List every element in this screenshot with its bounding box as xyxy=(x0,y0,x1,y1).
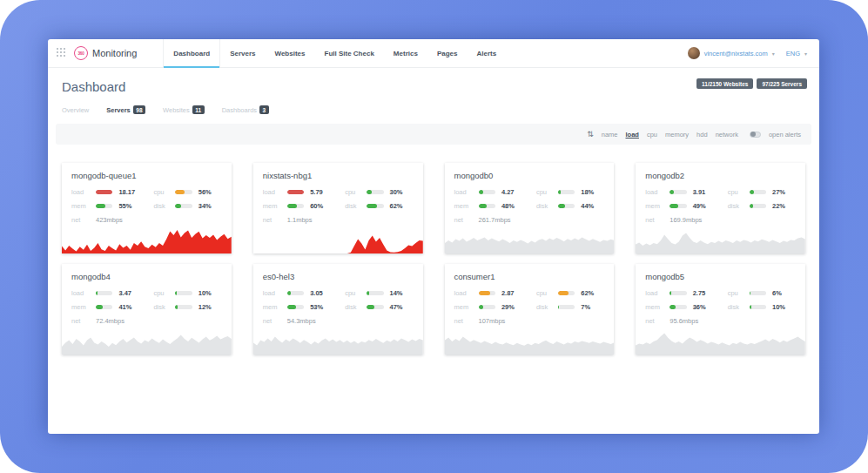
nav-item-servers[interactable]: Servers xyxy=(220,39,265,67)
metric-value-load: 2.87 xyxy=(501,289,527,297)
metric-grid: load18.17cpu56%mem55%disk34% xyxy=(71,188,222,210)
server-card-mongodb5[interactable]: mongodb5load2.75cpu6%mem36%disk10%net95.… xyxy=(636,264,805,355)
metric-label-load: load xyxy=(71,289,90,297)
metric-value-mem: 29% xyxy=(501,303,527,311)
metric-value-cpu: 27% xyxy=(772,188,796,196)
metric-grid: load3.91cpu27%mem49%disk22% xyxy=(645,188,796,210)
net-row: net1.1mbps xyxy=(263,216,414,224)
nav-menu: DashboardServersWebsitesFull Site CheckM… xyxy=(163,39,506,67)
net-row: net54.3mbps xyxy=(263,317,414,325)
network-sparkline-chart xyxy=(253,328,423,355)
user-avatar[interactable] xyxy=(688,47,700,59)
sort-icon[interactable]: ⇅ xyxy=(587,131,594,139)
user-email-link[interactable]: vincent@nixstats.com xyxy=(704,50,768,57)
metric-label-cpu: cpu xyxy=(533,289,552,297)
sort-option-network[interactable]: network xyxy=(716,131,738,139)
metric-value-cpu: 30% xyxy=(390,188,414,196)
metric-grid: load2.75cpu6%mem36%disk10% xyxy=(645,289,796,311)
metric-value-load: 3.91 xyxy=(693,188,718,196)
nav-item-websites[interactable]: Websites xyxy=(266,39,315,67)
nav-item-alerts[interactable]: Alerts xyxy=(467,39,506,67)
server-name: mongodb5 xyxy=(645,272,796,281)
metric-value-disk: 22% xyxy=(772,202,796,210)
metric-value-disk: 10% xyxy=(772,303,796,311)
metric-grid: load4.27cpu18%mem48%disk44% xyxy=(454,188,605,210)
metric-bar-mem xyxy=(670,305,686,309)
apps-grid-icon[interactable] xyxy=(57,48,67,58)
metric-value-cpu: 62% xyxy=(581,289,604,297)
metric-label-net: net xyxy=(645,216,663,224)
metric-label-mem: mem xyxy=(454,303,473,311)
metric-bar-fill xyxy=(367,305,374,309)
tab-label: Websites xyxy=(163,106,190,114)
metric-label-net: net xyxy=(263,317,281,325)
nav-item-dashboard[interactable]: Dashboard xyxy=(163,39,220,67)
metric-label-load: load xyxy=(645,188,663,196)
metric-label-load: load xyxy=(454,188,473,196)
metric-value-cpu: 14% xyxy=(390,289,414,297)
server-card-mongodb4[interactable]: mongodb4load3.47cpu10%mem41%disk12%net72… xyxy=(62,264,232,355)
metric-bar-cpu xyxy=(367,190,383,194)
server-card-mongodb0[interactable]: mongodb0load4.27cpu18%mem48%disk44%net26… xyxy=(445,163,615,253)
metric-value-mem: 36% xyxy=(693,303,718,311)
tab-label: Servers xyxy=(106,106,131,114)
net-value: 261.7mbps xyxy=(479,216,511,224)
sort-option-hdd[interactable]: hdd xyxy=(696,131,708,139)
sort-option-cpu[interactable]: cpu xyxy=(647,131,657,139)
metric-value-disk: 7% xyxy=(581,303,604,311)
top-nav: 360 Monitoring DashboardServersWebsitesF… xyxy=(48,39,819,68)
metric-grid: load5.79cpu30%mem60%disk62% xyxy=(263,188,414,210)
metric-bar-fill xyxy=(750,291,750,295)
metric-bar-fill xyxy=(175,291,177,295)
sort-option-memory[interactable]: memory xyxy=(665,131,689,139)
metric-bar-fill xyxy=(367,291,369,295)
net-value: 169.9mbps xyxy=(670,216,702,224)
summary-badge-servers[interactable]: 97/225 Servers xyxy=(757,78,807,89)
nav-item-pages[interactable]: Pages xyxy=(427,39,468,67)
metric-bar-disk xyxy=(175,305,192,309)
summary-badge-websites[interactable]: 11/2150 Websites xyxy=(696,78,753,89)
metric-label-disk: disk xyxy=(533,303,552,311)
metric-grid: load3.05cpu14%mem53%disk47% xyxy=(263,289,414,311)
nav-item-metrics[interactable]: Metrics xyxy=(384,39,427,67)
metric-label-cpu: cpu xyxy=(724,289,744,297)
metric-bar-fill xyxy=(670,305,676,309)
open-alerts-toggle[interactable] xyxy=(750,132,761,138)
server-card-es0-hel3[interactable]: es0-hel3load3.05cpu14%mem53%disk47%net54… xyxy=(253,264,423,355)
tab-servers[interactable]: Servers98 xyxy=(106,105,145,114)
metric-bar-load xyxy=(287,190,304,194)
tab-count-badge: 11 xyxy=(192,105,205,114)
metric-bar-fill xyxy=(96,204,105,208)
language-selector[interactable]: ENG xyxy=(786,50,800,57)
nav-item-full-site-check[interactable]: Full Site Check xyxy=(315,39,384,67)
metric-label-cpu: cpu xyxy=(724,188,744,196)
metric-bar-fill xyxy=(367,204,377,208)
tab-overview[interactable]: Overview xyxy=(62,106,89,114)
open-alerts-label[interactable]: open alerts xyxy=(769,131,801,139)
sort-option-load[interactable]: load xyxy=(626,131,639,139)
logo[interactable]: 360 Monitoring xyxy=(74,39,137,67)
server-name: nixstats-nbg1 xyxy=(263,171,414,180)
metric-bar-fill xyxy=(287,190,304,194)
card-body: consumer1load2.87cpu62%mem29%disk7%net10… xyxy=(445,264,615,328)
sort-option-name[interactable]: name xyxy=(602,131,618,139)
metric-bar-mem xyxy=(479,305,495,309)
metric-label-disk: disk xyxy=(341,202,360,210)
metric-bar-load xyxy=(287,291,304,295)
page-header: Dashboard 11/2150 Websites97/225 Servers xyxy=(48,68,819,98)
server-card-nixstats-nbg1[interactable]: nixstats-nbg1load5.79cpu30%mem60%disk62%… xyxy=(253,163,423,253)
app-window: 360 Monitoring DashboardServersWebsitesF… xyxy=(48,39,819,434)
metric-label-load: load xyxy=(645,289,663,297)
metric-bar-fill xyxy=(479,190,483,194)
tab-label: Dashboards xyxy=(222,106,257,114)
tab-dashboards[interactable]: Dashboards3 xyxy=(222,105,269,114)
tab-websites[interactable]: Websites11 xyxy=(163,105,205,114)
server-card-consumer1[interactable]: consumer1load2.87cpu62%mem29%disk7%net10… xyxy=(445,264,615,355)
metric-bar-mem xyxy=(287,305,304,309)
network-sparkline-chart xyxy=(636,227,805,253)
server-cards-grid: mongodb-queue1load18.17cpu56%mem55%disk3… xyxy=(48,145,819,355)
filter-bar: ⇅ nameloadcpumemoryhddnetwork open alert… xyxy=(56,124,811,145)
server-card-mongodb-queue1[interactable]: mongodb-queue1load18.17cpu56%mem55%disk3… xyxy=(62,163,232,253)
server-card-mongodb2[interactable]: mongodb2load3.91cpu27%mem49%disk22%net16… xyxy=(636,163,805,253)
metric-value-mem: 60% xyxy=(310,202,335,210)
